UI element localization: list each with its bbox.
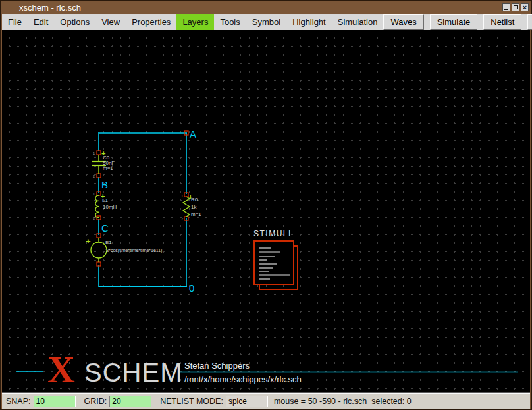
pin-number: 2 [93, 174, 95, 178]
component-value: 1k [191, 204, 197, 210]
maximize-button[interactable] [512, 3, 519, 11]
minimize-button[interactable] [502, 3, 510, 11]
close-icon: × [523, 4, 527, 11]
component-mult: m=1 [191, 211, 201, 217]
maximize-icon [514, 5, 518, 9]
mouse-status-text: mouse = 50 -590 - rlc.sch selected: 0 [274, 397, 412, 406]
component-resistor-r0[interactable]: + 1 2 R0 1k m=1 [181, 193, 201, 221]
snap-label: SNAP: [6, 397, 31, 406]
menu-file[interactable]: File [2, 14, 28, 30]
component-value: '3*cos(time*time*time*1e11)' [105, 248, 163, 253]
minimize-icon [504, 9, 508, 10]
grid-input[interactable] [109, 396, 151, 407]
net-label-0[interactable]: 0 [189, 282, 194, 294]
schematic-file-path: /mnt/x/home/schippes/x/rlc.sch [184, 374, 302, 384]
xschem-window: xschem - rlc.sch × File Edit Options Vie… [0, 0, 532, 410]
menubar: File Edit Options View Properties Layers… [2, 14, 530, 31]
window-title: xschem - rlc.sch [19, 3, 81, 13]
net-label-a[interactable]: A [190, 128, 196, 140]
component-value: 10mH [103, 204, 117, 210]
netlist-button[interactable]: Netlist [483, 14, 521, 30]
simulate-button[interactable]: Simulate [430, 14, 478, 30]
pin-number: 1 [181, 194, 184, 198]
waves-button[interactable]: Waves [383, 14, 423, 30]
netlist-mode-label: NETLIST MODE: [160, 397, 223, 406]
stimuli-label: STIMULI [253, 229, 292, 238]
component-ref: R0 [191, 197, 198, 203]
menu-simulation[interactable]: Simulation [332, 14, 384, 30]
component-voltage-source-e1[interactable]: + E1 '3*cos(time*time*time*1e11)' [86, 234, 163, 266]
menu-options[interactable]: Options [54, 14, 95, 30]
stimuli-block[interactable]: STIMULI [253, 229, 298, 290]
menu-highlight[interactable]: Highlight [286, 14, 332, 30]
pin-number: 1 [93, 192, 95, 196]
schematic-drawing: A B C 0 + 1 2 C0 50nF m=1 [2, 30, 530, 393]
window-controls: × [502, 3, 529, 11]
menu-tools[interactable]: Tools [214, 14, 246, 30]
author-name: Stefan Schippers [184, 361, 250, 371]
component-capacitor-c0[interactable]: + 1 2 C0 50nF m=1 [92, 149, 115, 178]
pin-number: 2 [93, 217, 95, 220]
menu-edit[interactable]: Edit [28, 14, 54, 30]
snap-input[interactable] [34, 396, 76, 407]
title-block[interactable]: X SCHEM Stefan Schippers /mnt/x/home/sch… [16, 348, 518, 391]
help-button[interactable]: Help [527, 14, 532, 30]
menu-layers[interactable]: Layers [176, 14, 214, 30]
titlebar[interactable]: xschem - rlc.sch × [1, 1, 531, 14]
component-inductor-l1[interactable]: + 1 2 L1 10mH [93, 192, 117, 220]
netlist-mode-input[interactable] [226, 396, 268, 407]
pin-number: 2 [181, 217, 184, 221]
net-label-c[interactable]: C [101, 222, 109, 234]
xschem-logo-x: X [47, 348, 75, 391]
menu-properties[interactable]: Properties [126, 14, 176, 30]
menu-view[interactable]: View [95, 14, 126, 30]
component-ref: E1 [105, 240, 112, 245]
component-mult: m=1 [103, 165, 113, 171]
xschem-logo-text: SCHEM [84, 358, 182, 387]
pin-number: 1 [93, 151, 95, 155]
inductor-coil [95, 195, 99, 218]
source-circle [91, 242, 107, 258]
polarity-plus: + [86, 236, 91, 246]
schematic-canvas[interactable]: A B C 0 + 1 2 C0 50nF m=1 [2, 30, 530, 393]
stimuli-front-sheet [254, 241, 294, 284]
component-ref: L1 [102, 197, 108, 203]
net-label-b[interactable]: B [101, 179, 108, 190]
menu-symbol[interactable]: Symbol [246, 14, 286, 30]
statusbar: SNAP: GRID: NETLIST MODE: mouse = 50 -59… [2, 393, 530, 409]
close-button[interactable]: × [521, 3, 529, 11]
grid-label: GRID: [84, 397, 107, 406]
